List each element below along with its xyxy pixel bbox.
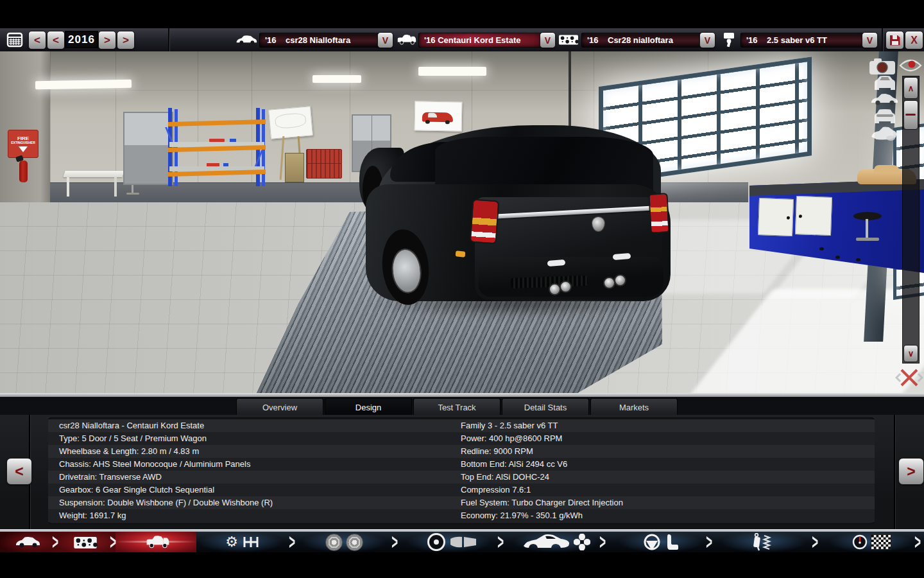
exhaust-tip <box>549 283 561 295</box>
garage-viewport[interactable]: FIRE EXTINGUISHER <box>0 51 924 393</box>
ceiling-light <box>418 67 486 76</box>
stool-base <box>126 193 139 195</box>
engine-family-icon <box>558 32 579 48</box>
brake-disc-icon <box>427 533 445 551</box>
toolbar-divider <box>882 28 883 51</box>
calendar-button[interactable] <box>5 30 24 49</box>
tyre-icon <box>346 534 363 551</box>
nav-chevron: > <box>914 532 921 552</box>
nav-step-test-track[interactable] <box>848 533 894 551</box>
trim-icon <box>396 31 418 48</box>
close-button[interactable]: X <box>905 31 923 49</box>
stats-row: Type: 5 Door / 5 Seat / Premium WagonPow… <box>48 432 875 445</box>
year-back-fast-button[interactable]: < <box>28 31 46 49</box>
visibility-toggle-button[interactable] <box>898 57 923 74</box>
nav-step-trim[interactable] <box>140 533 176 551</box>
top-toolbar: < < 2016 > > '16 csr28 Nialloftara V '16… <box>0 28 924 53</box>
move-gizmo[interactable] <box>894 363 924 392</box>
gauge-icon <box>852 534 868 550</box>
nav-step-body-aero[interactable] <box>520 532 592 552</box>
ceiling-light <box>35 80 132 90</box>
trim-dropdown-button[interactable]: V <box>540 32 556 48</box>
engine-variant-select[interactable]: '16 2.5 saber v6 TT <box>740 33 869 48</box>
nav-step-interior[interactable] <box>638 533 683 551</box>
tab-design[interactable]: Design <box>325 398 412 416</box>
nav-step-model[interactable] <box>12 534 44 550</box>
tail-light-right <box>648 193 669 233</box>
caster <box>856 258 860 261</box>
model-select[interactable]: '16 csr28 Nialloftara <box>259 33 384 48</box>
toolbar-divider <box>168 28 169 51</box>
nav-step-suspension[interactable] <box>748 532 781 552</box>
letterbox-top <box>0 0 924 28</box>
engine-family-select[interactable]: '16 Csr28 nialloftara <box>581 33 706 48</box>
nav-chevron: > <box>599 532 606 552</box>
tab-overview[interactable]: Overview <box>236 398 323 416</box>
hanging-cable <box>569 51 571 127</box>
engine-family-dropdown-button[interactable]: V <box>699 32 715 48</box>
year-display: 2016 <box>65 31 98 48</box>
black-stool-base <box>856 238 879 241</box>
model-dropdown-button[interactable]: V <box>377 32 393 48</box>
year-forward-button[interactable]: > <box>98 31 116 49</box>
next-page-button[interactable]: > <box>898 458 924 485</box>
camera-view-side-button[interactable] <box>869 92 900 107</box>
brake-pad-icon <box>449 535 477 549</box>
scroll-up-button[interactable]: ∧ <box>903 77 918 99</box>
tab-markets[interactable]: Markets <box>590 398 678 416</box>
black-stool-pole <box>866 219 868 238</box>
letterbox-bottom <box>0 552 924 578</box>
cabinet-door <box>795 196 832 236</box>
nav-step-brakes[interactable] <box>427 534 478 550</box>
car-trim-icon <box>142 534 173 550</box>
nav-chevron: > <box>391 532 398 552</box>
tab-detail-stats[interactable]: Detail Stats <box>502 398 589 416</box>
nav-chevron: > <box>497 532 504 552</box>
player-car <box>359 125 677 315</box>
app-window: < < 2016 > > '16 csr28 Nialloftara V '16… <box>0 0 924 578</box>
stats-row: Suspension: Double Wishbone (F) / Double… <box>48 496 875 509</box>
move-gizmo-icon <box>895 365 923 390</box>
tyre-icon <box>325 534 343 551</box>
save-button[interactable] <box>886 31 904 49</box>
car-perspective-view-icon <box>869 125 898 142</box>
tab-test-track[interactable]: Test Track <box>413 398 501 416</box>
trim-select[interactable]: '16 Centauri Kord Estate <box>418 33 547 48</box>
workshop-machine <box>285 153 304 182</box>
nav-step-wheels[interactable] <box>324 534 364 550</box>
stats-row: Chassis: AHS Steel Monocoque / Aluminium… <box>48 458 875 471</box>
camera-view-front-button[interactable] <box>870 74 900 91</box>
wall-seam <box>350 51 350 183</box>
viewport-scrollbar[interactable]: ∧ ∨ <box>902 76 920 363</box>
fan-icon <box>574 534 590 550</box>
side-marker <box>456 250 466 257</box>
prev-page-button[interactable]: < <box>6 458 32 485</box>
work-table <box>63 171 124 177</box>
checkered-flag-icon <box>871 534 891 550</box>
car-model-icon <box>235 32 258 48</box>
seat-icon <box>666 533 679 551</box>
year-forward-fast-button[interactable]: > <box>117 31 135 49</box>
nav-chevron: > <box>289 532 295 552</box>
camera-view-rear-button[interactable] <box>870 108 900 125</box>
easel-leg <box>280 136 285 180</box>
scroll-down-button[interactable]: ∨ <box>903 345 918 362</box>
screenshot-camera-button[interactable] <box>868 57 897 76</box>
year-back-button[interactable]: < <box>47 31 65 49</box>
save-floppy-icon <box>890 35 900 46</box>
scrollbar-handle[interactable] <box>903 100 918 130</box>
nav-step-engine-family[interactable] <box>71 535 100 550</box>
car-summary-box: csr28 Nialloftara - Centauri Kord Estate… <box>48 417 875 524</box>
car-side-view-icon <box>870 93 898 106</box>
nav-chevron: > <box>812 532 818 552</box>
table-leg <box>114 177 117 197</box>
calendar-icon <box>6 31 23 48</box>
nav-chevron: > <box>706 532 712 552</box>
exhaust-tip <box>560 281 572 293</box>
car-front-view-icon <box>872 75 898 91</box>
nav-step-gearbox[interactable]: ⚙ <box>220 533 265 551</box>
engine-variant-dropdown-button[interactable]: V <box>862 32 878 48</box>
car-model-icon <box>15 536 40 548</box>
camera-view-perspective-button[interactable] <box>868 125 900 143</box>
stats-row: csr28 Nialloftara - Centauri Kord Estate… <box>48 419 875 432</box>
